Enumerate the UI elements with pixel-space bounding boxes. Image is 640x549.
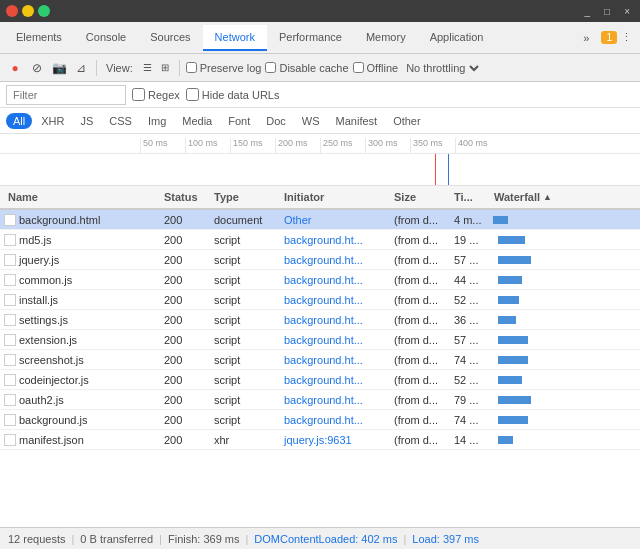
waterfall-bar	[498, 436, 513, 444]
table-row[interactable]: codeinjector.js 200 script background.ht…	[0, 370, 640, 390]
col-header-status: Status	[160, 191, 210, 203]
row-waterfall	[490, 270, 640, 289]
type-filter-manifest[interactable]: Manifest	[329, 113, 385, 129]
waterfall-bar	[498, 416, 528, 424]
col-header-initiator: Initiator	[280, 191, 390, 203]
title-bar: ● ● ● _ □ ×	[0, 0, 640, 22]
table-row[interactable]: jquery.js 200 script background.ht... (f…	[0, 250, 640, 270]
file-icon	[4, 374, 16, 386]
requests-count: 12 requests	[8, 533, 65, 545]
table-row[interactable]: common.js 200 script background.ht... (f…	[0, 270, 640, 290]
throttling-select[interactable]: No throttling	[402, 61, 482, 75]
type-filter-js[interactable]: JS	[73, 113, 100, 129]
row-name: md5.js	[0, 234, 160, 246]
more-options-icon[interactable]: ⋮	[617, 31, 636, 44]
table-row[interactable]: background.html 200 document Other (from…	[0, 210, 640, 230]
ruler-tick: 300 ms	[365, 138, 410, 153]
tab-elements[interactable]: Elements	[4, 25, 74, 51]
tab-performance[interactable]: Performance	[267, 25, 354, 51]
disable-cache-checkbox[interactable]: Disable cache	[265, 62, 348, 74]
file-icon	[4, 434, 16, 446]
type-filter-ws[interactable]: WS	[295, 113, 327, 129]
tab-network[interactable]: Network	[203, 25, 267, 51]
capture-screenshots-button[interactable]: 📷	[50, 59, 68, 77]
row-name-text: install.js	[19, 294, 58, 306]
close-button[interactable]: ●	[6, 5, 18, 17]
type-filter-css[interactable]: CSS	[102, 113, 139, 129]
row-size: (from d...	[390, 374, 450, 386]
table-row[interactable]: extension.js 200 script background.ht...…	[0, 330, 640, 350]
hide-data-urls-input[interactable]	[186, 88, 199, 101]
tab-memory[interactable]: Memory	[354, 25, 418, 51]
col-header-waterfall[interactable]: Waterfall ▲	[490, 191, 640, 203]
filter-bar: Regex Hide data URLs	[0, 82, 640, 108]
offline-checkbox[interactable]: Offline	[353, 62, 399, 74]
list-view-button[interactable]: ☰	[140, 60, 156, 76]
type-filter-bar: AllXHRJSCSSImgMediaFontDocWSManifestOthe…	[0, 108, 640, 134]
window-controls[interactable]: _ □ ×	[581, 4, 634, 19]
row-waterfall	[490, 390, 640, 409]
row-type: script	[210, 314, 280, 326]
filter-icon[interactable]: ⊿	[72, 59, 90, 77]
row-status: 200	[160, 214, 210, 226]
group-view-button[interactable]: ⊞	[157, 60, 173, 76]
table-row[interactable]: md5.js 200 script background.ht... (from…	[0, 230, 640, 250]
row-status: 200	[160, 414, 210, 426]
tab-sources[interactable]: Sources	[138, 25, 202, 51]
win-close[interactable]: ×	[620, 4, 634, 19]
type-filter-doc[interactable]: Doc	[259, 113, 293, 129]
table-row[interactable]: install.js 200 script background.ht... (…	[0, 290, 640, 310]
row-type: script	[210, 414, 280, 426]
row-name-text: manifest.json	[19, 434, 84, 446]
row-waterfall	[490, 230, 640, 249]
waterfall-bar	[498, 376, 522, 384]
win-maximize[interactable]: □	[600, 4, 614, 19]
ruler-tick: 250 ms	[320, 138, 365, 153]
table-body: background.html 200 document Other (from…	[0, 210, 640, 450]
type-filter-media[interactable]: Media	[175, 113, 219, 129]
tab-console[interactable]: Console	[74, 25, 138, 51]
preserve-log-checkbox[interactable]: Preserve log	[186, 62, 262, 74]
view-label: View:	[103, 62, 136, 74]
disable-cache-input[interactable]	[265, 62, 276, 73]
table-row[interactable]: background.js 200 script background.ht..…	[0, 410, 640, 430]
row-name-text: common.js	[19, 274, 72, 286]
table-row[interactable]: manifest.json 200 xhr jquery.js:9631 (fr…	[0, 430, 640, 450]
regex-checkbox[interactable]: Regex	[132, 88, 180, 101]
win-minimize[interactable]: _	[581, 4, 595, 19]
row-name: codeinjector.js	[0, 374, 160, 386]
timeline-ruler: 50 ms100 ms150 ms200 ms250 ms300 ms350 m…	[0, 134, 640, 154]
hide-data-urls-checkbox[interactable]: Hide data URLs	[186, 88, 280, 101]
row-size: (from d...	[390, 314, 450, 326]
record-button[interactable]: ●	[6, 59, 24, 77]
table-row[interactable]: settings.js 200 script background.ht... …	[0, 310, 640, 330]
row-initiator: background.ht...	[280, 414, 390, 426]
table-row[interactable]: screenshot.js 200 script background.ht..…	[0, 350, 640, 370]
row-name-text: background.js	[19, 414, 88, 426]
filter-input[interactable]	[6, 85, 126, 105]
row-time: 57 ...	[450, 254, 490, 266]
waterfall-bar	[498, 236, 525, 244]
type-filter-font[interactable]: Font	[221, 113, 257, 129]
window-traffic-lights[interactable]: ● ● ●	[6, 5, 50, 17]
type-filter-xhr[interactable]: XHR	[34, 113, 71, 129]
minimize-button[interactable]: ●	[22, 5, 34, 17]
ruler-tick: 50 ms	[140, 138, 185, 153]
row-name: extension.js	[0, 334, 160, 346]
tab-application[interactable]: Application	[418, 25, 496, 51]
tab-bar: Elements Console Sources Network Perform…	[0, 22, 640, 54]
row-status: 200	[160, 394, 210, 406]
type-filter-other[interactable]: Other	[386, 113, 428, 129]
tabs-overflow-button[interactable]: »	[575, 28, 597, 48]
type-filter-all[interactable]: All	[6, 113, 32, 129]
regex-input[interactable]	[132, 88, 145, 101]
row-type: script	[210, 334, 280, 346]
clear-button[interactable]: ⊘	[28, 59, 46, 77]
type-filter-img[interactable]: Img	[141, 113, 173, 129]
divider2	[179, 60, 180, 76]
offline-input[interactable]	[353, 62, 364, 73]
table-row[interactable]: oauth2.js 200 script background.ht... (f…	[0, 390, 640, 410]
row-initiator: background.ht...	[280, 374, 390, 386]
preserve-log-input[interactable]	[186, 62, 197, 73]
maximize-button[interactable]: ●	[38, 5, 50, 17]
